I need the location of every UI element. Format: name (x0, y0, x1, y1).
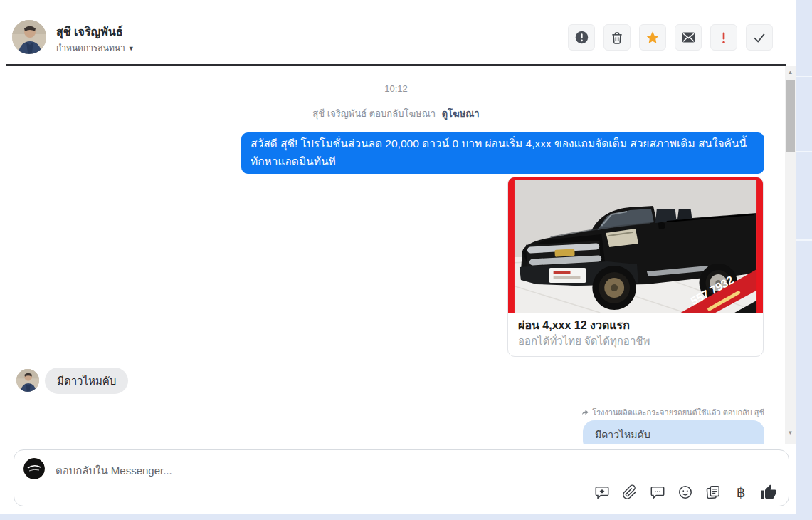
message-scroll-area[interactable]: 10:12 สุชี เจริญพันธ์ ตอบกลับโฆษณา ดูโฆษ… (6, 66, 786, 444)
baht-icon: ฿ (737, 484, 746, 501)
page-logo-image (23, 458, 45, 479)
stacked-notes-icon (705, 484, 721, 500)
page-logo-avatar (23, 458, 45, 479)
divider (796, 76, 812, 77)
customer-name: สุชี เจริญพันธ์ (56, 23, 122, 41)
saved-reply-button[interactable] (649, 484, 666, 501)
schedule-label: กำหนดการสนทนา (56, 43, 125, 53)
customer-avatar[interactable] (12, 20, 46, 54)
ad-reply-text: สุชี เจริญพันธ์ ตอบกลับโฆษณา (312, 108, 436, 119)
divider (796, 151, 812, 152)
person-avatar-image (16, 369, 39, 392)
customer-avatar-small[interactable] (16, 369, 39, 392)
scroll-down-arrow[interactable]: ▼ (785, 427, 796, 438)
reply-preview-bubble[interactable]: มีดาวไหมคับ (583, 420, 764, 444)
attachment-button[interactable] (621, 484, 638, 501)
check-icon (752, 30, 767, 46)
view-ad-link[interactable]: ดูโฆษณา (442, 108, 480, 119)
scroll-up-arrow[interactable]: ▲ (785, 67, 796, 78)
star-button[interactable] (639, 24, 666, 51)
reply-arrow-icon (581, 408, 590, 417)
mark-important-button[interactable] (710, 24, 737, 51)
page-inbox-view: สุชี เจริญพันธ์ กำหนดการสนทนา▼ (0, 0, 812, 520)
adjacent-panel-strip (796, 0, 812, 520)
ad-reply-meta: สุชี เจริญพันธ์ ตอบกลับโฆษณา ดูโฆษณา (6, 106, 786, 121)
report-button[interactable] (568, 24, 595, 51)
composer-input[interactable]: ตอบกลับใน Messenger... (56, 462, 172, 479)
sticker-button[interactable] (594, 484, 611, 501)
scrollbar[interactable]: ▲ ▼ (785, 66, 796, 444)
reply-context-line: โรงงานผลิตและกระจายรถยนต์ใช้แล้ว ตอบกลับ… (581, 406, 764, 419)
scrollbar-thumb[interactable] (786, 80, 795, 152)
reply-context-text: โรงงานผลิตและกระจายรถยนต์ใช้แล้ว ตอบกลับ… (592, 406, 764, 419)
ad-car-image[interactable]: 557 7932 (508, 177, 763, 313)
paperclip-icon (622, 484, 638, 500)
ad-card-headline: ผ่อน 4,xxx 12 งวดแรก (518, 317, 753, 333)
trash-icon (610, 31, 624, 45)
exclamation-icon (717, 30, 731, 46)
header-actions (568, 24, 773, 51)
outgoing-message-bubble[interactable]: สวัสดี สุชี! โปรโมชั่นส่วนลด 20,000 ดาวน… (241, 132, 764, 174)
schedule-dropdown[interactable]: กำหนดการสนทนา▼ (56, 41, 135, 54)
page-bottom-strip (0, 514, 812, 520)
emoji-button[interactable] (677, 484, 694, 501)
delete-button[interactable] (603, 24, 631, 51)
mark-unread-button[interactable] (675, 24, 702, 51)
ad-card[interactable]: 557 7932 ผ่อน 4,xxx 12 งวดแรก ออกได้ทั่ว… (507, 177, 764, 357)
incoming-message-bubble[interactable]: มีดาวไหมคับ (45, 368, 128, 394)
sticker-icon (594, 484, 610, 500)
mark-done-button[interactable] (746, 24, 773, 51)
conversation-panel: สุชี เจริญพันธ์ กำหนดการสนทนา▼ (6, 6, 796, 514)
ad-card-description: ออกได้ทั่วไทย จัดได้ทุกอาชีพ (518, 333, 753, 349)
person-avatar-image (12, 20, 46, 54)
conversation-header: สุชี เจริญพันธ์ กำหนดการสนทนา▼ (6, 6, 795, 64)
payment-button[interactable]: ฿ (732, 484, 749, 501)
envelope-icon (681, 30, 696, 45)
like-button[interactable] (760, 484, 777, 501)
notes-button[interactable] (705, 484, 722, 501)
timestamp: 10:12 (6, 83, 786, 94)
ad-card-caption: ผ่อน 4,xxx 12 งวดแรก ออกได้ทั่วไทย จัดได… (508, 313, 763, 356)
comment-dots-icon (650, 484, 665, 500)
star-icon (645, 30, 660, 46)
thumbs-up-icon (760, 484, 777, 501)
circle-exclamation-icon (574, 30, 589, 45)
reply-composer: ตอบกลับใน Messenger... (14, 449, 789, 506)
divider (796, 239, 812, 241)
smiley-icon (677, 484, 693, 500)
composer-toolbar: ฿ (594, 484, 777, 501)
chevron-down-icon: ▼ (128, 45, 135, 52)
